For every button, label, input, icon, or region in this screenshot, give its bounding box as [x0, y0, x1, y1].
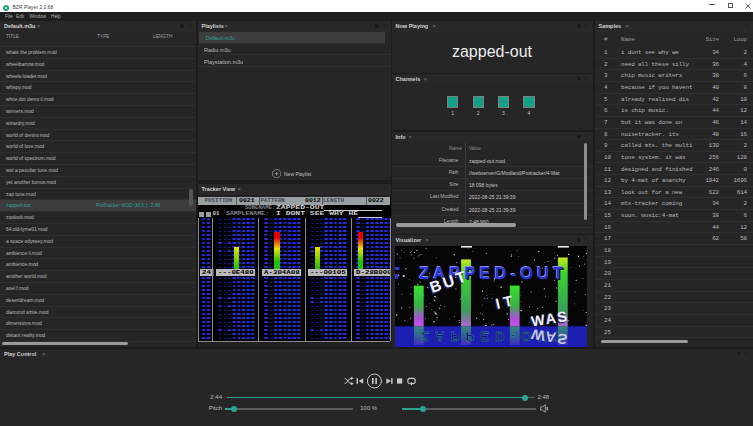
svg-text:.: . — [402, 266, 405, 280]
